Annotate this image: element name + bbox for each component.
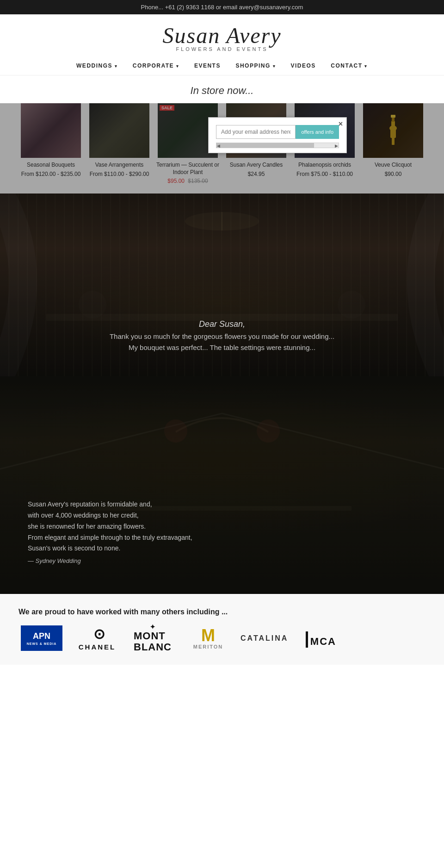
meriton-text: MERITON bbox=[193, 644, 223, 649]
montblanc-star-icon: ✦ bbox=[134, 624, 172, 631]
product-image bbox=[363, 103, 423, 158]
chanel-logo: ⊙ CHANEL bbox=[79, 626, 116, 651]
product-price: $24.95 bbox=[224, 171, 288, 177]
product-price: From $120.00 - $235.00 bbox=[19, 171, 83, 177]
apn-sub: NEWS & MEDIA bbox=[27, 642, 57, 645]
site-header: Susan Avery FLOWERS AND EVENTS bbox=[0, 14, 444, 56]
svg-point-10 bbox=[79, 291, 106, 318]
partner-chanel[interactable]: ⊙ CHANEL bbox=[74, 625, 120, 651]
quote-line5: Susan's work is second to none. bbox=[28, 543, 192, 554]
partner-catalina[interactable]: CATALINA bbox=[240, 625, 288, 651]
meriton-m-icon: M bbox=[201, 627, 215, 644]
scroll-right-icon: ▶ bbox=[335, 144, 338, 148]
nav-corporate[interactable]: CORPORATE ▾ bbox=[133, 62, 179, 69]
montblanc-logo: ✦ MONTBLANC bbox=[134, 624, 172, 653]
list-item[interactable]: Veuve Clicquot $90.00 bbox=[361, 103, 425, 184]
chevron-down-icon: ▾ bbox=[115, 64, 118, 69]
hero-caption-1: Dear Susan, Thank you so much for the go… bbox=[0, 319, 444, 353]
products-area: Seasonal Bouquets From $120.00 - $235.00… bbox=[0, 103, 444, 194]
apn-logo: APN NEWS & MEDIA bbox=[21, 625, 62, 651]
scroll-arrows: ◀ ▶ bbox=[216, 144, 339, 148]
partner-meriton[interactable]: M MERITON bbox=[185, 625, 231, 651]
mca-bars-icon bbox=[305, 629, 308, 648]
meriton-logo: M MERITON bbox=[193, 627, 223, 649]
product-image bbox=[21, 103, 81, 158]
product-price: $95.00 $135.00 bbox=[156, 178, 220, 184]
hero-caption-2: Susan Avery's reputation is formidable a… bbox=[28, 499, 192, 566]
svg-rect-5 bbox=[391, 115, 395, 118]
quote-line1: Susan Avery's reputation is formidable a… bbox=[28, 499, 192, 510]
hero-wedding-section: Dear Susan, Thank you so much for the go… bbox=[0, 194, 444, 376]
product-name: Seasonal Bouquets bbox=[19, 162, 83, 169]
product-name: Susan Avery Candles bbox=[224, 162, 288, 169]
mca-logo: MCA bbox=[305, 629, 336, 648]
product-image bbox=[89, 103, 149, 158]
product-price: From $110.00 - $290.00 bbox=[87, 171, 151, 177]
hero-outdoor-image: Susan Avery's reputation is formidable a… bbox=[0, 376, 444, 594]
list-item[interactable]: Seasonal Bouquets From $120.00 - $235.00 bbox=[19, 103, 83, 184]
section-title: In store now... bbox=[0, 75, 444, 103]
product-price: $90.00 bbox=[361, 171, 425, 177]
svg-point-14 bbox=[164, 419, 187, 443]
testimonial-line2: My bouquet was perfect... The table sett… bbox=[0, 342, 444, 353]
quote-line4: From elegant and simple through to the t… bbox=[28, 532, 192, 543]
top-bar: Phone... +61 (2) 9363 1168 or email aver… bbox=[0, 0, 444, 14]
partner-apn[interactable]: APN NEWS & MEDIA bbox=[18, 625, 65, 651]
modal-input-row: offers and info bbox=[216, 125, 339, 139]
main-nav: WEDDINGS ▾ CORPORATE ▾ EVENTS SHOPPING ▾… bbox=[0, 56, 444, 75]
testimonial-line1: Thank you so much for the gorgeous flowe… bbox=[0, 331, 444, 342]
offers-button[interactable]: offers and info bbox=[296, 125, 339, 139]
nav-videos[interactable]: VIDEOS bbox=[291, 62, 316, 69]
quote-line3: she is renowned for her amazing flowers. bbox=[28, 521, 192, 532]
nav-weddings[interactable]: WEDDINGS ▾ bbox=[76, 62, 117, 69]
partner-mca[interactable]: MCA bbox=[297, 625, 344, 651]
original-price: $135.00 bbox=[188, 178, 208, 184]
svg-point-11 bbox=[338, 291, 365, 318]
logo-subtitle: FLOWERS AND EVENTS bbox=[0, 46, 444, 52]
chanel-cc-icon: ⊙ bbox=[93, 626, 101, 642]
in-store-section: In store now... Seasonal Bouquets From $… bbox=[0, 75, 444, 194]
product-name: Veuve Clicquot bbox=[361, 162, 425, 169]
quote-line2: with over 4,000 weddings to her credit, bbox=[28, 510, 192, 521]
chevron-down-icon: ▾ bbox=[273, 64, 276, 69]
scrollbar[interactable]: ◀ ▶ bbox=[216, 143, 339, 148]
modal-close-button[interactable]: × bbox=[339, 120, 343, 128]
mca-text: MCA bbox=[310, 636, 336, 648]
email-input[interactable] bbox=[216, 125, 296, 139]
nav-events[interactable]: EVENTS bbox=[194, 62, 221, 69]
product-price: From $75.00 - $110.00 bbox=[293, 171, 357, 177]
nav-shopping[interactable]: SHOPPING ▾ bbox=[235, 62, 276, 69]
partners-section: We are proud to have worked with many ot… bbox=[0, 594, 444, 665]
testimonial-greeting: Dear Susan, bbox=[0, 319, 444, 329]
hero-outdoor-section: Susan Avery's reputation is formidable a… bbox=[0, 376, 444, 594]
list-item[interactable]: Vase Arrangements From $110.00 - $290.00 bbox=[87, 103, 151, 184]
mca-bar-tall bbox=[306, 631, 308, 648]
contact-info: Phone... +61 (2) 9363 1168 or email aver… bbox=[141, 4, 303, 11]
apn-text: APN bbox=[33, 631, 50, 641]
modal-box: × offers and info ◀ ▶ bbox=[208, 117, 347, 153]
montblanc-text: MONTBLANC bbox=[134, 631, 172, 653]
product-name: Vase Arrangements bbox=[87, 162, 151, 169]
product-name: Terrarium — Succulent or Indoor Plant bbox=[156, 162, 220, 176]
partners-grid: APN NEWS & MEDIA ⊙ CHANEL ✦ MONTBLANC M … bbox=[18, 625, 426, 651]
sale-price: $95.00 bbox=[167, 178, 185, 184]
chevron-down-icon: ▾ bbox=[364, 64, 368, 69]
catalina-logo: CATALINA bbox=[240, 634, 288, 643]
nav-contact[interactable]: CONTACT ▾ bbox=[331, 62, 368, 69]
partner-montblanc[interactable]: ✦ MONTBLANC bbox=[130, 625, 176, 651]
chevron-down-icon: ▾ bbox=[176, 64, 179, 69]
partners-title: We are proud to have worked with many ot… bbox=[18, 608, 426, 616]
svg-rect-4 bbox=[392, 117, 395, 122]
chanel-name: CHANEL bbox=[79, 643, 116, 651]
scroll-left-icon: ◀ bbox=[217, 144, 220, 148]
quote-attribution: — Sydney Wedding bbox=[28, 556, 192, 566]
svg-rect-3 bbox=[391, 121, 395, 129]
hero-wedding-image: Dear Susan, Thank you so much for the go… bbox=[0, 194, 444, 376]
product-name: Phalaenopsis orchids bbox=[293, 162, 357, 169]
logo[interactable]: Susan Avery bbox=[0, 23, 444, 48]
sale-badge: SALE bbox=[160, 105, 174, 111]
svg-point-15 bbox=[257, 419, 280, 443]
email-modal: × offers and info ◀ ▶ bbox=[208, 117, 347, 153]
